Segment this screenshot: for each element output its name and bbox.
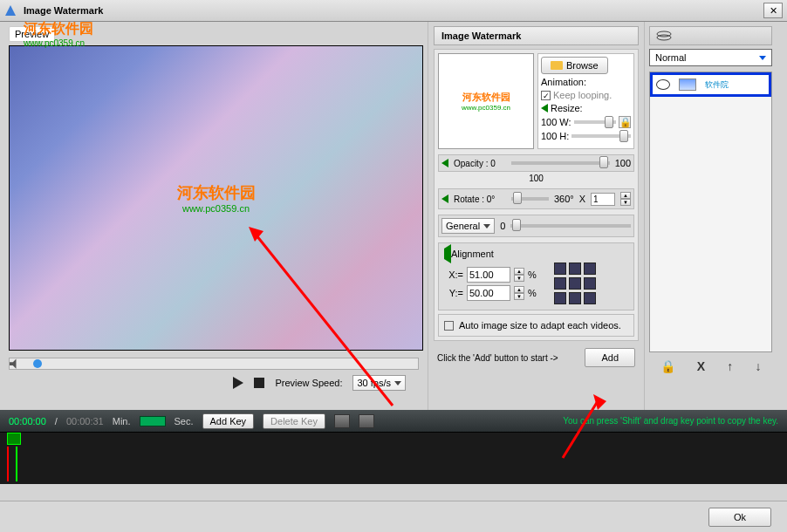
resize-w-unit: W: [559, 117, 571, 127]
rotate-max: 360° [554, 194, 574, 204]
thumb-url: www.pc0359.cn [462, 104, 510, 112]
resize-w-slider[interactable] [574, 120, 616, 124]
add-button[interactable]: Add [585, 348, 635, 367]
volume-icon [10, 358, 23, 369]
sec-label: Sec. [175, 416, 194, 426]
expand-icon[interactable] [441, 159, 448, 167]
blend-mode-select[interactable]: Normal [649, 49, 772, 66]
layer-item[interactable]: 软件院 [650, 72, 771, 97]
preview-speed-select[interactable]: 30 fps/s [352, 375, 406, 391]
folder-icon [551, 61, 563, 70]
layer-thumb-icon [679, 78, 696, 91]
opacity-max: 100 [615, 158, 631, 168]
lock-aspect-icon[interactable]: 🔒 [619, 116, 631, 128]
preview-canvas[interactable]: 河东软件园 www.pc0359.cn [9, 45, 423, 351]
layer-up-button[interactable]: ↑ [727, 359, 733, 373]
opacity-label: Opacity : 0 [454, 159, 506, 168]
svg-point-4 [657, 35, 671, 40]
expand-icon[interactable] [441, 194, 448, 203]
next-key-button[interactable] [359, 414, 374, 428]
rotate-count-input[interactable] [591, 193, 615, 206]
visibility-icon[interactable] [656, 79, 670, 90]
resize-h-slider[interactable] [571, 134, 631, 138]
layer-lock-button[interactable]: 🔒 [660, 359, 675, 373]
timecode-total: 00:00:31 [66, 416, 104, 426]
min-indicator [140, 416, 166, 426]
keep-looping-label: Keep looping. [553, 90, 612, 100]
svg-marker-0 [5, 5, 16, 16]
ok-button[interactable]: Ok [708, 508, 771, 527]
min-label: Min. [113, 416, 131, 426]
layer-name: 软件院 [705, 79, 729, 91]
browse-label: Browse [566, 60, 599, 71]
prev-key-button[interactable] [334, 414, 350, 428]
svg-marker-2 [233, 377, 243, 389]
align-y-spin[interactable]: ▲▼ [514, 286, 524, 300]
rotate-x: X [579, 194, 585, 204]
pct: % [528, 288, 537, 298]
close-button[interactable]: ✕ [763, 3, 783, 18]
general-slider[interactable] [510, 224, 631, 228]
add-key-button[interactable]: Add Key [202, 413, 255, 429]
browse-button[interactable]: Browse [541, 57, 608, 74]
window-title: Image Watermark [24, 5, 103, 16]
timecode-current: 00:00:00 [9, 416, 46, 426]
resize-label: Resize: [551, 103, 583, 113]
layer-down-button[interactable]: ↓ [755, 359, 761, 373]
delete-key-button[interactable]: Delete Key [263, 413, 325, 429]
keep-looping-checkbox[interactable] [541, 91, 551, 100]
overlay-wm-text: 河东软件园 [24, 20, 93, 38]
align-y-input[interactable] [467, 285, 510, 301]
pct: % [528, 269, 537, 280]
timeline-track[interactable] [0, 432, 787, 484]
opacity-value: 100 [438, 174, 634, 183]
wm-text: 河东软件园 [177, 182, 256, 203]
resize-w-value: 100 [541, 117, 557, 127]
align-x-label: X:= [444, 269, 463, 280]
expand-icon[interactable] [444, 244, 451, 263]
alignment-grid[interactable] [554, 263, 596, 304]
timeline-hint: You can press 'Shift' and drag key point… [563, 416, 778, 426]
rotate-slider[interactable] [511, 197, 549, 201]
svg-marker-1 [10, 358, 17, 368]
resize-h-value: 100 [541, 131, 557, 141]
layer-list: 软件院 [649, 72, 772, 352]
speed-value: 30 fps/s [357, 378, 391, 388]
general-select[interactable]: General [441, 218, 495, 234]
layers-toolbar [649, 26, 772, 45]
video-scrubber[interactable] [9, 358, 419, 370]
alignment-label: Alignment [451, 249, 494, 259]
animation-label: Animation: [541, 77, 586, 87]
app-icon [3, 3, 18, 18]
overlay-wm-url: www.pc0359.cn [24, 38, 93, 48]
settings-panel-title: Image Watermark [434, 26, 639, 45]
wm-url: www.pc0359.cn [177, 203, 256, 214]
resize-h-unit: H: [559, 131, 569, 141]
auto-size-checkbox[interactable] [444, 321, 454, 331]
rotate-label: Rotate : 0° [454, 194, 506, 204]
layers-icon [655, 30, 673, 42]
layer-delete-button[interactable]: X [697, 359, 705, 373]
align-y-label: Y:= [444, 288, 463, 298]
add-hint: Click the 'Add' button to start -> [437, 353, 558, 363]
keyframe-marker[interactable] [7, 433, 21, 484]
auto-size-label: Auto image size to adapt each videos. [459, 320, 621, 331]
play-button[interactable] [231, 377, 243, 389]
preview-speed-label: Preview Speed: [275, 378, 342, 388]
align-x-input[interactable] [467, 267, 510, 283]
rotate-spin[interactable]: ▲▼ [620, 192, 631, 206]
stop-button[interactable] [254, 378, 264, 388]
thumb-text: 河东软件园 [462, 91, 510, 104]
watermark-on-video: 河东软件园 www.pc0359.cn [177, 182, 256, 214]
expand-icon[interactable] [541, 104, 548, 113]
general-value: 0 [500, 221, 505, 231]
tc-sep: / [55, 416, 58, 426]
general-label: General [446, 221, 480, 231]
opacity-slider[interactable] [511, 161, 610, 165]
align-x-spin[interactable]: ▲▼ [514, 268, 524, 282]
blend-mode-value: Normal [655, 52, 686, 63]
watermark-thumbnail: 河东软件园 www.pc0359.cn [438, 53, 534, 149]
page-overlay-watermark: 河东软件园 www.pc0359.cn [24, 20, 93, 48]
